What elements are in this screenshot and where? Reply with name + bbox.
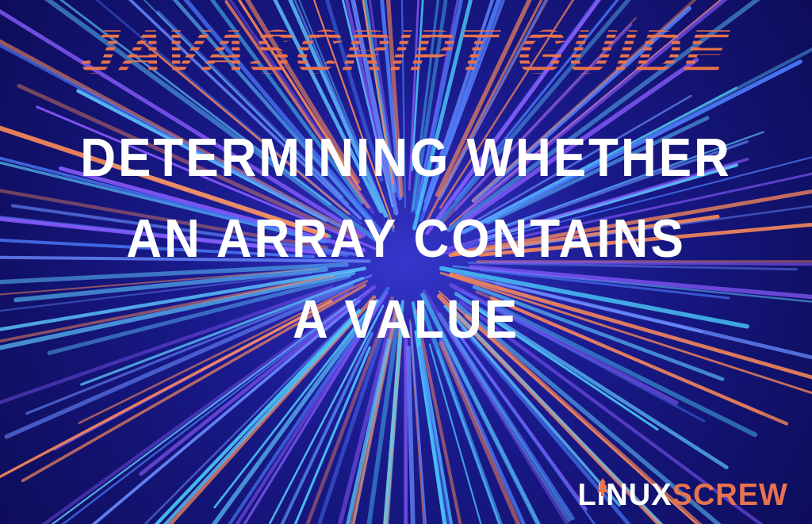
content-container: JAVASCRIPT GUIDE DETERMINING WHETHER AN … xyxy=(0,0,812,349)
svg-line-45 xyxy=(405,338,406,524)
category-title: JAVASCRIPT GUIDE xyxy=(78,16,734,88)
svg-rect-181 xyxy=(601,492,604,496)
subtitle-line-3: A VALUE xyxy=(293,289,519,350)
article-title: DETERMINING WHETHER AN ARRAY CONTAINS A … xyxy=(80,117,732,360)
subtitle-line-2: AN ARRAY CONTAINS xyxy=(126,208,686,269)
logo-text-linux: LINUX xyxy=(578,478,672,512)
promotional-banner: JAVASCRIPT GUIDE DETERMINING WHETHER AN … xyxy=(0,0,812,524)
tree-icon xyxy=(596,476,610,497)
subtitle-line-1: DETERMINING WHETHER xyxy=(80,127,732,187)
logo-text-screw: SCREW xyxy=(672,478,788,512)
brand-logo: LINUX SCREW xyxy=(578,478,788,512)
